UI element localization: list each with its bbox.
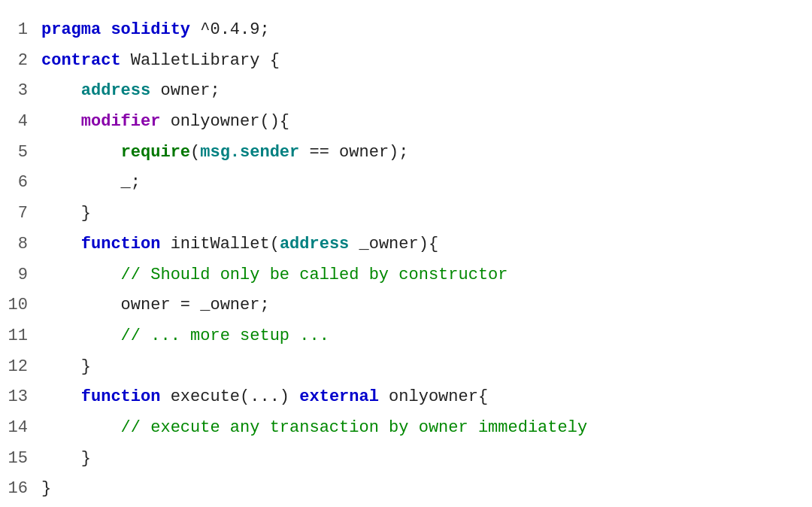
- line-content: }: [41, 352, 91, 383]
- code-token: function: [81, 387, 161, 406]
- code-line: 13 function execute(...) external onlyow…: [0, 382, 812, 413]
- code-token: }: [41, 479, 51, 498]
- code-token: pragma: [41, 20, 111, 39]
- line-content: function initWallet(address _owner){: [41, 229, 438, 260]
- code-token: // Should only be called by constructor: [41, 266, 508, 284]
- code-token: WalletLibrary {: [121, 51, 280, 70]
- code-token: ^0.4.9;: [190, 20, 270, 39]
- line-number: 2: [0, 46, 41, 77]
- code-token: address: [280, 235, 349, 254]
- line-number: 10: [0, 290, 41, 321]
- line-number: 12: [0, 352, 41, 383]
- line-number: 3: [0, 76, 41, 107]
- code-token: contract: [41, 51, 121, 70]
- code-token: // execute any transaction by owner imme…: [41, 418, 587, 437]
- line-number: 1: [0, 15, 41, 46]
- code-line: 2contract WalletLibrary {: [0, 46, 812, 77]
- code-line: 5 require(msg.sender == owner);: [0, 138, 812, 168]
- code-line: 12 }: [0, 352, 812, 383]
- code-line: 14 // execute any transaction by owner i…: [0, 413, 812, 444]
- code-token: == owner);: [299, 143, 408, 162]
- line-content: // execute any transaction by owner imme…: [41, 413, 587, 444]
- line-content: }: [41, 444, 91, 475]
- line-number: 5: [0, 138, 41, 168]
- line-content: // ... more setup ...: [41, 321, 329, 352]
- line-content: pragma solidity ^0.4.9;: [41, 15, 270, 46]
- line-content: }: [41, 199, 91, 229]
- line-number: 16: [0, 474, 41, 505]
- code-line: 11 // ... more setup ...: [0, 321, 812, 352]
- line-content: contract WalletLibrary {: [41, 46, 280, 77]
- line-number: 14: [0, 413, 41, 444]
- code-token: owner = _owner;: [41, 296, 270, 314]
- code-token: }: [41, 204, 91, 223]
- code-line: 8 function initWallet(address _owner){: [0, 229, 812, 260]
- code-token: external: [299, 387, 379, 406]
- line-content: owner = _owner;: [41, 290, 270, 321]
- line-number: 9: [0, 260, 41, 291]
- line-content: // Should only be called by constructor: [41, 260, 508, 291]
- line-content: _;: [41, 168, 141, 199]
- code-token: onlyowner(){: [160, 112, 289, 131]
- line-number: 13: [0, 382, 41, 413]
- code-line: 10 owner = _owner;: [0, 290, 812, 321]
- code-token: [41, 235, 81, 254]
- line-number: 11: [0, 321, 41, 352]
- line-content: address owner;: [41, 76, 220, 107]
- code-token: owner;: [150, 81, 220, 100]
- code-token: _;: [41, 173, 141, 192]
- code-token: }: [41, 357, 91, 376]
- code-token: // ... more setup ...: [41, 326, 329, 345]
- code-token: msg.sender: [200, 143, 299, 162]
- code-token: [41, 112, 81, 131]
- code-token: (: [190, 143, 200, 162]
- code-line: 9 // Should only be called by constructo…: [0, 260, 812, 291]
- code-token: [41, 387, 81, 406]
- code-line: 3 address owner;: [0, 76, 812, 107]
- line-number: 15: [0, 444, 41, 475]
- code-line: 6 _;: [0, 168, 812, 199]
- code-token: }: [41, 449, 91, 468]
- code-token: initWallet(: [160, 235, 279, 254]
- line-number: 7: [0, 199, 41, 229]
- line-number: 6: [0, 168, 41, 199]
- code-token: address: [81, 81, 150, 100]
- code-token: solidity: [111, 20, 190, 39]
- page-container: 1pragma solidity ^0.4.9;2contract Wallet…: [0, 0, 812, 507]
- code-token: onlyowner{: [379, 387, 488, 406]
- code-token: [41, 81, 81, 100]
- line-content: }: [41, 474, 51, 505]
- code-token: execute(...): [160, 387, 299, 406]
- line-content: require(msg.sender == owner);: [41, 138, 409, 168]
- line-content: modifier onlyowner(){: [41, 107, 289, 138]
- code-line: 4 modifier onlyowner(){: [0, 107, 812, 138]
- code-token: [41, 143, 121, 162]
- code-token: require: [121, 143, 190, 162]
- code-block: 1pragma solidity ^0.4.9;2contract Wallet…: [0, 0, 812, 507]
- code-line: 1pragma solidity ^0.4.9;: [0, 15, 812, 46]
- code-token: _owner){: [349, 235, 438, 254]
- line-number: 8: [0, 229, 41, 260]
- code-line: 15 }: [0, 444, 812, 475]
- code-token: modifier: [81, 112, 161, 131]
- code-line: 7 }: [0, 199, 812, 229]
- code-token: function: [81, 235, 161, 254]
- line-number: 4: [0, 107, 41, 138]
- code-line: 16}: [0, 474, 812, 505]
- line-content: function execute(...) external onlyowner…: [41, 382, 488, 413]
